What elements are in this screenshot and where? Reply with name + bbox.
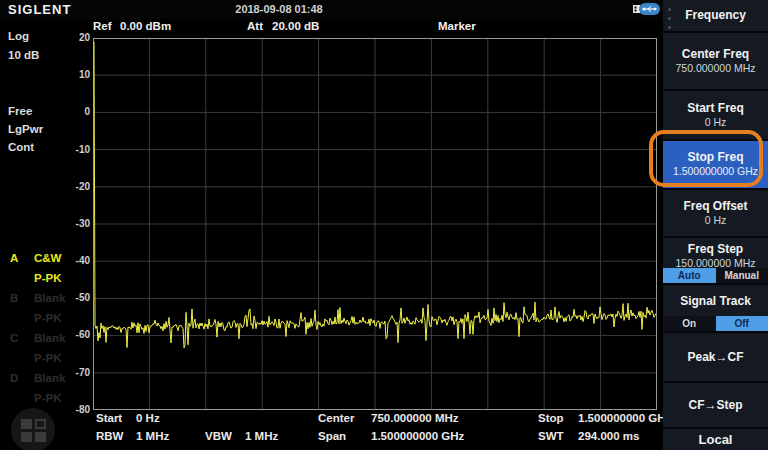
spectrum-plot — [93, 38, 657, 410]
att-value: 20.00 dB — [272, 20, 319, 32]
trigger-lgpwr-label: LgPwr — [8, 123, 43, 135]
menu-grip-dots — [668, 8, 671, 29]
y-tick: -80 — [44, 404, 90, 415]
local-button[interactable]: Local — [663, 429, 768, 450]
start-freq-readout: Start0 Hz — [96, 412, 160, 424]
freq-step-button[interactable]: Freq Step 150.000000 MHz Auto Manual — [663, 238, 768, 283]
signal-track-off-option[interactable]: Off — [716, 316, 768, 331]
ref-value: 0.00 dBm — [120, 20, 171, 32]
plot-grid — [93, 38, 657, 410]
stop-freq-button[interactable]: Stop Freq 1.500000000 GHz — [663, 141, 768, 188]
y-tick: -10 — [44, 144, 90, 155]
peak-to-cf-button[interactable]: Peak→CF — [663, 333, 768, 381]
att-label: Att — [247, 20, 263, 32]
freq-step-auto-option[interactable]: Auto — [663, 268, 716, 283]
marker-label: Marker — [438, 20, 476, 32]
y-tick: 20 — [44, 32, 90, 43]
scale-per-div-label: 10 dB — [8, 49, 39, 61]
y-tick: 10 — [44, 69, 90, 80]
y-tick: -70 — [44, 367, 90, 378]
trigger-cont-label: Cont — [8, 141, 34, 153]
signal-track-button[interactable]: Signal Track On Off — [663, 285, 768, 331]
center-freq-button[interactable]: Center Freq 750.000000 MHz — [663, 33, 768, 89]
y-tick: -50 — [44, 292, 90, 303]
trace-svg — [93, 38, 657, 410]
freq-step-manual-option[interactable]: Manual — [716, 268, 768, 283]
y-tick: -20 — [44, 181, 90, 192]
center-freq-readout: Center750.000000 MHz — [318, 412, 459, 424]
y-tick: -60 — [44, 329, 90, 340]
trace-a-detector: P-PK — [10, 272, 61, 292]
trigger-free-label: Free — [8, 105, 32, 117]
swt-readout: SWT294.000 ms — [538, 430, 639, 442]
usb-icon — [633, 2, 661, 16]
y-tick: 0 — [44, 106, 90, 117]
top-bar: SIGLENT 2018-09-08 01:48 — [0, 0, 663, 19]
freq-offset-button[interactable]: Freq Offset 0 Hz — [663, 190, 768, 236]
stop-freq-readout: Stop1.500000000 GHz — [538, 412, 671, 424]
start-freq-button[interactable]: Start Freq 0 Hz — [663, 91, 768, 139]
menu-title: Frequency — [663, 0, 768, 31]
ref-label: Ref — [93, 20, 112, 32]
span-readout: Span1.500000000 GHz — [318, 430, 464, 442]
signal-track-on-off-toggle: On Off — [663, 316, 768, 331]
scale-mode-label: Log — [8, 30, 29, 42]
y-tick: -40 — [44, 255, 90, 266]
vbw-readout: VBW1 MHz — [205, 430, 278, 442]
frequency-menu: Frequency Center Freq 750.000000 MHz Sta… — [663, 0, 768, 450]
y-tick: -30 — [44, 218, 90, 229]
freq-step-auto-manual-toggle: Auto Manual — [663, 268, 768, 283]
datetime-display: 2018-09-08 01:48 — [0, 3, 558, 15]
spectrum-analyzer-screen: SIGLENT 2018-09-08 01:48 Ref 0.00 dBm At… — [0, 0, 768, 450]
cf-to-step-button[interactable]: CF→Step — [663, 383, 768, 427]
signal-track-on-option[interactable]: On — [663, 316, 716, 331]
rbw-readout: RBW1 MHz — [96, 430, 169, 442]
